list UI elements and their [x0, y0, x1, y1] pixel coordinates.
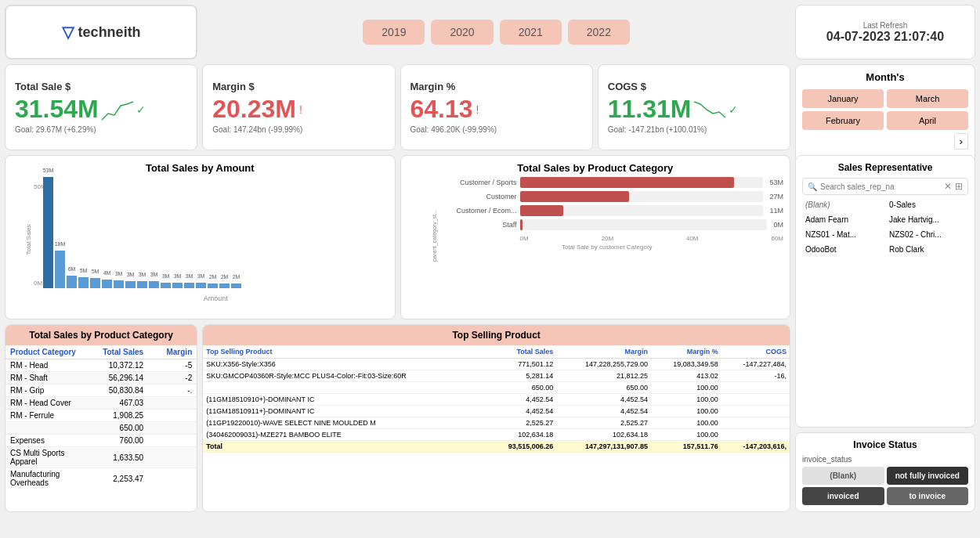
hbar-row: Staff0M	[431, 219, 784, 230]
months-next-button[interactable]: ›	[954, 133, 968, 150]
exclaim-icon: !	[299, 103, 302, 116]
col-top-sales[interactable]: Total Sales	[486, 345, 556, 359]
col-top-margin[interactable]: Margin	[556, 345, 651, 359]
hbar-rows: Customer / Sports53MCustomer27MCustomer …	[431, 177, 784, 251]
bar: 3M	[172, 283, 183, 288]
col-margin[interactable]: Margin	[148, 345, 197, 359]
invoice-title: Invoice Status	[802, 439, 968, 450]
invoice-status-label: invoice_status	[802, 455, 968, 464]
table-row: SKU:X356-Style:X356771,501.12147,228,255…	[203, 359, 790, 370]
invoice-not-fully-cell[interactable]: not fully invoiced	[887, 467, 969, 485]
month-april-button[interactable]: April	[887, 111, 968, 130]
check-icon2: ✓	[729, 103, 738, 116]
bar-chart-bars: 53M18M6M5M5M4M3M3M3M3M3M3M3M3M2M2M2M	[43, 177, 389, 288]
bar: 3M	[125, 281, 136, 288]
table-row: (11GM18510911+)-DOMINANT IC4,452.544,452…	[203, 406, 790, 417]
hbar-row: Customer / Ecom...11M	[431, 205, 784, 216]
top-selling-table-header: Top Selling Product	[203, 325, 790, 345]
year-2021-button[interactable]: 2021	[500, 20, 562, 45]
table-row: CS Multi Sports Apparel1,633.50	[5, 447, 197, 468]
grid-icon[interactable]: ⊞	[955, 181, 963, 192]
hbar-row: Customer / Sports53M	[431, 177, 784, 188]
col-total-sales[interactable]: Total Sales	[89, 345, 148, 359]
search-icon: 🔍	[808, 182, 817, 191]
bar: 3M	[137, 281, 147, 288]
bar: 5M	[90, 278, 100, 288]
rep-nzs02[interactable]: NZS02 - Chri...	[886, 228, 968, 241]
bar: 18M	[55, 251, 65, 288]
table-row: Total93,515,006.26147,297,131,907.85157,…	[203, 441, 790, 453]
table-row: RM - Shaft56,296.14-2	[5, 372, 197, 385]
bar: 4M	[102, 280, 112, 288]
invoice-invoiced-cell[interactable]: invoiced	[802, 487, 884, 505]
invoice-blank-cell[interactable]: (Blank)	[802, 467, 884, 485]
bar: 3M	[196, 283, 206, 288]
invoice-to-invoice-cell[interactable]: to invoice	[887, 487, 969, 505]
kpi-margin-pct: Margin % 64.13 ! Goal: 496.20K (-99.99%)	[400, 64, 593, 150]
bar: 53M	[43, 177, 53, 288]
top-selling-table: Top Selling Product Total Sales Margin M…	[203, 345, 790, 453]
kpi-margin-title: Margin $	[212, 81, 385, 92]
table-row: 650.00650.00100.00	[203, 382, 790, 394]
product-category-table-header: Total Sales by Product Category	[5, 325, 197, 345]
sales-rep-panel: Sales Representative 🔍 ✕ ⊞ (Blank) 0-Sal…	[795, 155, 975, 428]
logo-icon: ▽	[62, 23, 74, 42]
rep-rob-clark[interactable]: Rob Clark	[886, 243, 968, 256]
col-top-margin-pct[interactable]: Margin %	[651, 345, 721, 359]
invoice-status-panel: Invoice Status invoice_status (Blank) no…	[795, 432, 975, 512]
clear-icon[interactable]: ✕	[944, 181, 952, 192]
kpi-margin-pct-title: Margin %	[410, 81, 583, 92]
year-2019-button[interactable]: 2019	[363, 20, 425, 45]
month-march-button[interactable]: March	[887, 89, 968, 108]
chart-sales-by-category: Total Sales by Product Category parent_c…	[400, 155, 791, 320]
month-february-button[interactable]: February	[802, 111, 884, 130]
table-row: Expenses760.00	[5, 435, 197, 447]
table-row: (340462009031)-MZE271 BAMBOO ELITE102,63…	[203, 429, 790, 441]
kpi-cogs-goal: Goal: -147.21bn (+100.01%)	[608, 125, 780, 134]
table-row: RM - Head Cover467.03	[5, 397, 197, 410]
rep-nzs01[interactable]: NZS01 - Mat...	[802, 228, 884, 241]
top-selling-table-panel: Top Selling Product Top Selling Product …	[202, 324, 790, 512]
rep-jake-hartvig[interactable]: Jake Hartvig...	[886, 213, 968, 226]
col-product-category[interactable]: Product Category	[5, 345, 89, 359]
kpi-margin-goal: Goal: 147.24bn (-99.99%)	[212, 125, 385, 134]
month-january-button[interactable]: January	[802, 89, 884, 108]
col-top-product[interactable]: Top Selling Product	[203, 345, 486, 359]
top-selling-scroll[interactable]: Top Selling Product Total Sales Margin M…	[203, 345, 790, 453]
chart-sales-amount-title: Total Sales by Amount	[12, 162, 389, 174]
col-top-cogs[interactable]: COGS	[721, 345, 790, 359]
bar: 3M	[161, 283, 171, 288]
bar: 6M	[67, 276, 77, 288]
bar: 2M	[208, 283, 218, 288]
right-panels: Sales Representative 🔍 ✕ ⊞ (Blank) 0-Sal…	[795, 155, 975, 512]
table-row: RM - Grip50,830.84-.	[5, 385, 197, 397]
invoice-grid: (Blank) not fully invoiced invoiced to i…	[802, 467, 968, 505]
refresh-datetime: 04-07-2023 21:07:40	[826, 30, 944, 44]
product-category-table-panel: Total Sales by Product Category Product …	[5, 324, 197, 512]
year-2022-button[interactable]: 2022	[568, 20, 630, 45]
kpi-total-sale-title: Total Sale $	[15, 81, 187, 92]
product-category-table-scroll[interactable]: Product Category Total Sales Margin RM -…	[5, 345, 197, 486]
chart-y-bottom: 0M	[34, 280, 42, 287]
product-category-table: Product Category Total Sales Margin RM -…	[5, 345, 197, 486]
refresh-label: Last Refresh	[863, 21, 908, 30]
chart-sales-by-amount: Total Sales by Amount Total Sales 50M 0M…	[5, 155, 396, 320]
kpi-total-sale: Total Sale $ 31.54M ✓ Goal: 29.67M (+6.2…	[5, 64, 197, 150]
bar: 2M	[231, 283, 241, 288]
bar: 3M	[114, 280, 124, 288]
kpi-total-sale-goal: Goal: 29.67M (+6.29%)	[15, 125, 187, 134]
year-selector: 2019 2020 2021 2022	[202, 5, 790, 60]
table-row: RM - Ferrule1,908.25	[5, 410, 197, 422]
rep-0sales[interactable]: 0-Sales	[886, 198, 968, 211]
rep-odoobot[interactable]: OdooBot	[802, 243, 884, 256]
year-2020-button[interactable]: 2020	[431, 20, 493, 45]
hbar-chart-area: parent_category_st... Customer / Sports5…	[407, 177, 784, 294]
sales-rep-search-input[interactable]	[820, 182, 941, 191]
rep-adam-fearn[interactable]: Adam Fearn	[802, 213, 884, 226]
logo-text: techneith	[78, 24, 141, 41]
bar: 5M	[78, 277, 89, 288]
kpi-margin: Margin $ 20.23M ! Goal: 147.24bn (-99.99…	[202, 64, 395, 150]
months-nav: ›	[802, 133, 968, 150]
rep-blank[interactable]: (Blank)	[802, 198, 884, 211]
table-row: (11GP19220010)-WAVE SELECT NINE MOULDED …	[203, 417, 790, 429]
